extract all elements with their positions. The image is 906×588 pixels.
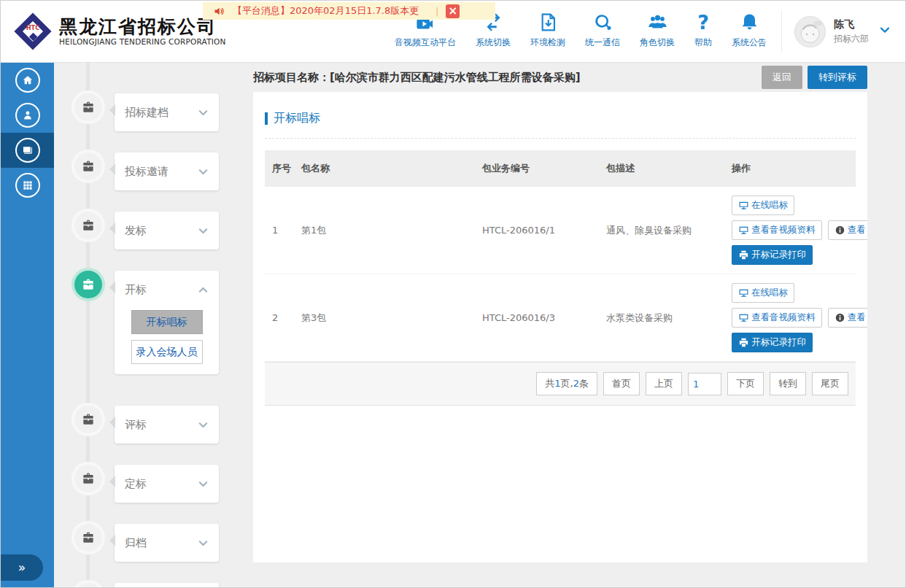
bell-icon — [739, 11, 760, 33]
nav-label: 系统公告 — [732, 36, 767, 49]
step-item-archive-create: 招标建档 — [54, 93, 241, 131]
top-header: HTC 黑龙江省招标公司 HEILONGJIANG TENDERING CORP… — [1, 1, 905, 63]
page-number-input[interactable] — [688, 373, 721, 395]
info-icon — [835, 312, 845, 323]
notice-close-button[interactable]: × — [446, 4, 460, 18]
step-label: 定标 — [125, 477, 198, 491]
print-record-button[interactable]: 开标记录打印 — [732, 245, 813, 265]
cell-package-desc: 水泵类设备采购 — [599, 306, 724, 330]
nav-label: 角色切换 — [640, 36, 675, 49]
chevron-down-icon[interactable] — [879, 24, 891, 39]
section-title: 开标唱标 — [274, 111, 320, 126]
pagination-goto-button[interactable]: 转到 — [770, 372, 806, 395]
briefcase-icon — [74, 93, 102, 121]
nav-label: 音视频互动平台 — [395, 36, 456, 49]
nav-item-role-switch[interactable]: 角色切换 — [640, 11, 675, 49]
rail-item-user[interactable] — [1, 98, 54, 133]
step-card[interactable]: 定标 — [115, 465, 219, 503]
step-sub-menu: 开标唱标 录入会场人员 — [115, 309, 219, 374]
notice-message: 【平台消息】2020年02月15日1.7.8版本更 — [233, 4, 428, 18]
step-item-issue-bid: 发标 — [54, 212, 241, 249]
online-call-button[interactable]: 在线唱标 — [732, 196, 794, 215]
sub-item-enter-attendees[interactable]: 录入会场人员 — [131, 340, 203, 364]
briefcase-icon — [74, 406, 102, 433]
nav-label: 环境检测 — [530, 36, 565, 49]
role-switch-icon — [647, 11, 668, 33]
goto-evaluation-button[interactable]: 转到评标 — [808, 66, 867, 89]
chevron-down-icon — [198, 166, 209, 177]
view-info-button[interactable]: 查看 — [828, 308, 868, 328]
sub-item-open-bid-call[interactable]: 开标唱标 — [131, 310, 203, 334]
step-label: 发标 — [125, 224, 198, 238]
rail-expand-button[interactable]: » — [1, 554, 43, 581]
print-record-button[interactable]: 开标记录打印 — [732, 333, 813, 352]
view-info-button[interactable]: 查看 — [828, 220, 868, 240]
nav-item-unified-comm[interactable]: 统一通信 — [585, 11, 620, 49]
user-box[interactable]: 陈飞 招标六部 — [781, 10, 891, 53]
briefcase-icon — [74, 583, 102, 588]
printer-icon — [738, 249, 749, 260]
project-title: 招标项目名称：[哈尔滨市群力西区配建污水管线工程所需设备采购] — [253, 71, 756, 85]
step-card: 开标 开标唱标 录入会场人员 — [115, 271, 219, 374]
printer-icon — [738, 337, 749, 348]
view-av-button[interactable]: 查看音视频资料 — [732, 220, 822, 240]
briefcase-icon — [74, 465, 102, 492]
nav-item-help[interactable]: ? 帮助 — [694, 11, 712, 49]
pagination-next-button[interactable]: 下页 — [727, 372, 764, 395]
cell-package-code: HTCL-206016/3 — [475, 306, 599, 329]
pagination-last-button[interactable]: 尾页 — [812, 372, 848, 395]
cell-package-name: 第1包 — [294, 218, 475, 243]
briefcase-icon — [74, 271, 102, 298]
body-row: » 招标建档 投标邀请 — [1, 63, 905, 588]
home-icon — [15, 68, 40, 93]
app-window: HTC 黑龙江省招标公司 HEILONGJIANG TENDERING CORP… — [0, 0, 906, 588]
rail-item-home[interactable] — [1, 63, 54, 98]
step-card[interactable]: 投标邀请 — [115, 152, 219, 190]
col-header-code: 包业务编号 — [475, 156, 599, 181]
step-card[interactable]: 评标 — [115, 406, 219, 444]
step-card[interactable]: 发标 — [115, 212, 219, 249]
nav-label: 系统切换 — [476, 36, 511, 49]
table-header-row: 序号 包名称 包业务编号 包描述 操作 — [265, 150, 856, 187]
pagination-first-button[interactable]: 首页 — [603, 372, 640, 395]
rail-item-projects[interactable] — [1, 133, 54, 168]
left-rail: » — [1, 63, 54, 588]
step-item-archive: 归档 — [54, 524, 241, 562]
step-card[interactable]: 结案 — [115, 583, 219, 588]
back-button[interactable]: 返回 — [762, 66, 802, 89]
step-card[interactable]: 招标建档 — [115, 93, 219, 131]
briefcase-icon — [74, 212, 102, 239]
project-title-label: 招标项目名称： — [253, 71, 330, 84]
company-logo: HTC 黑龙江省招标公司 HEILONGJIANG TENDERING CORP… — [12, 11, 226, 52]
col-header-no: 序号 — [265, 156, 294, 181]
cell-no: 1 — [265, 219, 294, 241]
online-call-button[interactable]: 在线唱标 — [732, 283, 794, 303]
main-content: 招标项目名称：[哈尔滨市群力西区配建污水管线工程所需设备采购] 返回 转到评标 … — [241, 63, 905, 588]
company-name-en: HEILONGJIANG TENDERING CORPORATION — [59, 37, 226, 46]
action-line: 查看音视频资料 查看 — [732, 220, 867, 240]
step-card[interactable]: 归档 — [115, 524, 219, 562]
chat-icon — [592, 11, 613, 33]
nav-item-system-announce[interactable]: 系统公告 — [732, 11, 767, 49]
chevron-up-icon — [198, 285, 209, 295]
col-header-actions: 操作 — [724, 156, 856, 181]
user-name: 陈飞 — [834, 18, 869, 31]
cell-package-desc: 通风、除臭设备采购 — [599, 218, 724, 243]
pagination-bar: 共1页,2条 首页 上页 下页 转到 尾页 — [265, 362, 856, 406]
col-header-name: 包名称 — [294, 156, 475, 181]
view-av-button[interactable]: 查看音视频资料 — [732, 308, 822, 328]
step-label: 归档 — [125, 536, 198, 550]
info-icon — [835, 225, 845, 236]
step-label: 投标邀请 — [125, 165, 198, 179]
chevron-down-icon — [198, 107, 209, 118]
rail-item-apps[interactable] — [1, 168, 54, 203]
step-head-open-bid[interactable]: 开标 — [115, 271, 219, 309]
chevron-down-icon — [198, 479, 209, 490]
briefcase-icon — [74, 152, 102, 180]
project-title-name: [哈尔滨市群力西区配建污水管线工程所需设备采购] — [330, 71, 581, 84]
step-item-award: 定标 — [54, 465, 241, 503]
step-item-close-case: 结案 — [54, 583, 241, 588]
pagination-prev-button[interactable]: 上页 — [646, 372, 682, 395]
nav-item-env-check[interactable]: 环境检测 — [530, 11, 565, 49]
user-dept: 招标六部 — [834, 33, 869, 45]
